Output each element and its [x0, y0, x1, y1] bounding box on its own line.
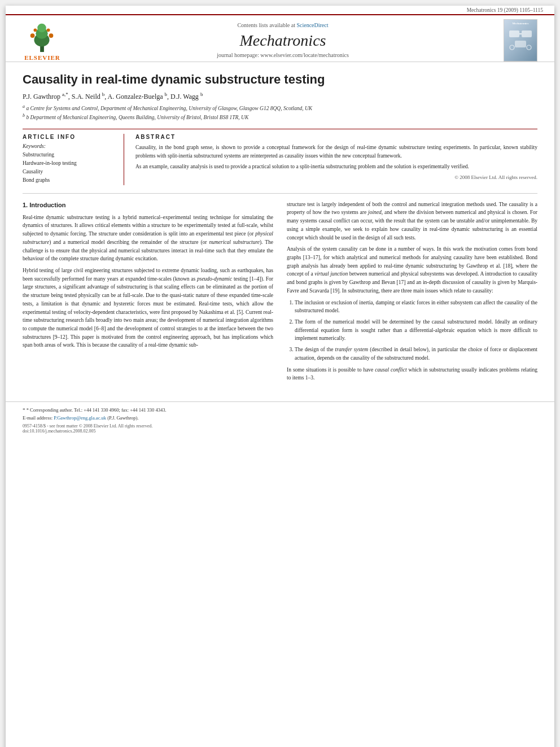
content-area: Causality in real-time dynamic substruct…	[6, 62, 554, 397]
body-right-p2: Analysis of the system causality can be …	[287, 245, 537, 295]
body-columns: 1. Introduction Real-time dynamic substr…	[23, 200, 537, 386]
affiliations: a a Centre for Systems and Control, Depa…	[23, 103, 537, 122]
svg-point-13	[527, 45, 531, 50]
causality-issue-2: The form of the numerical model will be …	[295, 318, 537, 343]
elsevier-logo-area: ELSEVIER	[17, 19, 68, 62]
causality-issue-1: The inclusion or exclusion of inertia, d…	[295, 299, 537, 315]
kw-causality: Causality	[23, 168, 116, 176]
email-note: E-mail address: P.Gawthrop@eng.gla.ac.uk…	[23, 414, 537, 422]
journal-homepage: journal homepage: www.elsevier.com/locat…	[217, 52, 349, 58]
copyright-line: © 2008 Elsevier Ltd. All rights reserved…	[135, 174, 537, 180]
info-abstract-row: ARTICLE INFO Keywords: Substructuring Ha…	[23, 129, 537, 185]
keywords-label: Keywords:	[23, 143, 116, 149]
section-divider	[23, 193, 537, 194]
section1-heading: 1. Introduction	[23, 200, 273, 210]
body-left-p1: Real-time dynamic substructure testing i…	[23, 213, 273, 263]
abstract-text: Causality, in the bond graph sense, is s…	[135, 143, 537, 171]
footer-doi: doi:10.1016/j.mechatronics.2008.02.005	[23, 429, 537, 434]
journal-thumbnail: Mechatronics	[504, 19, 537, 62]
causality-issues-list: The inclusion or exclusion of inertia, d…	[287, 299, 537, 362]
svg-point-6	[34, 28, 37, 32]
author-email-link[interactable]: P.Gawthrop@eng.gla.ac.uk	[54, 415, 106, 421]
affiliation-a: a a Centre for Systems and Control, Depa…	[23, 103, 537, 112]
svg-point-5	[49, 33, 54, 38]
elsevier-tree-icon	[27, 19, 58, 53]
affiliation-b: b b Department of Mechanical Engineering…	[23, 112, 537, 121]
corresponding-author-note: * * Corresponding author. Tel.: +44 141 …	[23, 407, 537, 414]
svg-point-4	[30, 33, 35, 38]
journal-title: Mechatronics	[240, 32, 326, 50]
svg-point-3	[38, 24, 46, 32]
journal-thumbnail-area: Mechatronics	[498, 19, 543, 62]
article-info-label: ARTICLE INFO	[23, 134, 116, 140]
journal-header: ELSEVIER Contents lists available at Sci…	[6, 15, 554, 62]
body-left-column: 1. Introduction Real-time dynamic substr…	[23, 200, 273, 386]
body-right-causal-conflict: In some situations it is possible to hav…	[287, 366, 537, 382]
article-info-section: ARTICLE INFO Keywords: Substructuring Ha…	[23, 134, 124, 185]
footer-bottom: 0957-4158/$ - see front matter © 2008 El…	[23, 423, 537, 434]
abstract-label: ABSTRACT	[135, 134, 537, 140]
body-left-p2: Hybrid testing of large civil engineerin…	[23, 267, 273, 350]
journal-meta-text: Mechatronics 19 (2009) 1105–1115	[467, 7, 543, 13]
authors-text: P.J. Gawthrop a,*, S.A. Neild b, A. Gonz…	[23, 93, 203, 101]
svg-point-12	[510, 45, 514, 50]
contents-line: Contents lists available at ScienceDirec…	[237, 22, 328, 28]
sciencedirect-link[interactable]: ScienceDirect	[296, 22, 328, 28]
kw-hardware: Hardware-in-loop testing	[23, 159, 116, 168]
abstract-section: ABSTRACT Causality, in the bond graph se…	[135, 134, 537, 185]
kw-substructuring: Substructuring	[23, 151, 116, 159]
thumbnail-graphic-icon	[506, 25, 535, 53]
elsevier-logo: ELSEVIER	[24, 19, 60, 61]
keywords-list: Substructuring Hardware-in-loop testing …	[23, 151, 116, 185]
kw-bond-graphs: Bond graphs	[23, 176, 116, 185]
svg-point-7	[47, 28, 50, 32]
journal-header-center: Contents lists available at ScienceDirec…	[68, 19, 498, 62]
causality-issue-3: The design of the transfer system (descr…	[295, 346, 537, 362]
abstract-p1: Causality, in the bond graph sense, is s…	[135, 143, 537, 160]
abstract-p2: As an example, causality analysis is use…	[135, 163, 537, 171]
body-right-column: structure test is largely independent of…	[287, 200, 537, 386]
article-title: Causality in real-time dynamic substruct…	[23, 72, 537, 87]
page: Mechatronics 19 (2009) 1105–1115	[6, 6, 554, 747]
journal-meta: Mechatronics 19 (2009) 1105–1115	[6, 6, 554, 15]
svg-rect-9	[522, 30, 532, 37]
page-footer: * * Corresponding author. Tel.: +44 141 …	[6, 401, 554, 436]
elsevier-brand-text: ELSEVIER	[24, 54, 60, 61]
footer-copyright: 0957-4158/$ - see front matter © 2008 El…	[23, 423, 537, 429]
svg-rect-11	[515, 41, 526, 47]
svg-rect-8	[509, 30, 519, 37]
authors-line: P.J. Gawthrop a,*, S.A. Neild b, A. Gonz…	[23, 91, 537, 101]
body-right-p1: structure test is largely independent of…	[287, 200, 537, 242]
